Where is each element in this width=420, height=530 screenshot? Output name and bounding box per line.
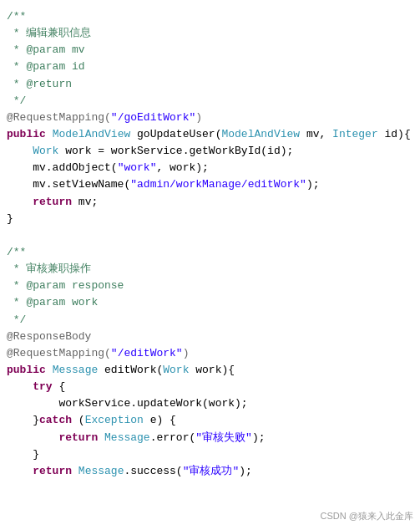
code-line: mv.setViewName("admin/workManage/editWor… (7, 176, 410, 193)
code-line: return Message.success("审核成功"); (7, 463, 410, 480)
code-text (7, 227, 13, 244)
code-text: return mv; (7, 194, 98, 211)
code-line: return Message.error("审核失败"); (7, 430, 410, 446)
code-line: mv.addObject("work", work); (7, 160, 410, 176)
code-text: mv.addObject("work", work); (7, 160, 209, 176)
code-text: */ (7, 312, 26, 329)
code-line: * @param mv (7, 42, 410, 59)
code-text: * 审核兼职操作 (7, 261, 91, 278)
code-line: public Message editWork(Work work){ (7, 362, 410, 379)
code-text: } (7, 211, 13, 227)
code-text: workService.updateWork(work); (7, 395, 248, 412)
code-text: try { (7, 379, 65, 395)
code-text: return Message.error("审核失败"); (7, 430, 265, 446)
code-text: public ModelAndView goUpdateUser(ModelAn… (7, 126, 411, 143)
code-text: }catch (Exception e) { (7, 412, 176, 429)
code-text: * @param mv (7, 42, 85, 59)
code-line: return mv; (7, 194, 410, 211)
code-line: */ (7, 312, 410, 329)
code-block: /** * 编辑兼职信息 * @param mv * @param id * @… (0, 8, 420, 480)
code-line: * @return (7, 76, 410, 93)
code-text: */ (7, 93, 26, 110)
code-line: */ (7, 93, 410, 110)
code-text: } (7, 446, 39, 463)
code-line: Work work = workService.getWorkById(id); (7, 143, 410, 160)
code-text: /** (7, 8, 26, 25)
code-line: * @param work (7, 294, 410, 311)
code-line: @ResponseBody (7, 329, 410, 345)
code-line: * 审核兼职操作 (7, 261, 410, 278)
code-text: mv.setViewName("admin/workManage/editWor… (7, 176, 319, 193)
code-line: /** (7, 8, 410, 25)
code-text: * 编辑兼职信息 (7, 25, 91, 42)
code-line: try { (7, 379, 410, 395)
code-text: @RequestMapping("/goEditWork") (7, 110, 202, 126)
code-line: } (7, 446, 410, 463)
code-text: * @param work (7, 294, 98, 311)
watermark: CSDN @猿来入此金库 (321, 509, 413, 523)
code-line: @RequestMapping("/goEditWork") (7, 110, 410, 126)
code-container: /** * 编辑兼职信息 * @param mv * @param id * @… (0, 0, 420, 530)
code-line: * @param id (7, 59, 410, 75)
code-text: * @return (7, 76, 72, 93)
code-text: Work work = workService.getWorkById(id); (7, 143, 293, 160)
code-text: return Message.success("审核成功"); (7, 463, 252, 480)
code-line: * 编辑兼职信息 (7, 25, 410, 42)
code-line: }catch (Exception e) { (7, 412, 410, 429)
code-text: * @param id (7, 59, 85, 75)
code-line: /** (7, 244, 410, 261)
code-text: /** (7, 244, 26, 261)
code-line: * @param response (7, 278, 410, 294)
code-line: @RequestMapping("/editWork") (7, 345, 410, 362)
code-line (7, 227, 410, 244)
code-text: @RequestMapping("/editWork") (7, 345, 189, 362)
code-text: public Message editWork(Work work){ (7, 362, 235, 379)
code-text: @ResponseBody (7, 329, 91, 345)
code-text: * @param response (7, 278, 124, 294)
code-line: } (7, 211, 410, 227)
code-line: public ModelAndView goUpdateUser(ModelAn… (7, 126, 410, 143)
code-line: workService.updateWork(work); (7, 395, 410, 412)
